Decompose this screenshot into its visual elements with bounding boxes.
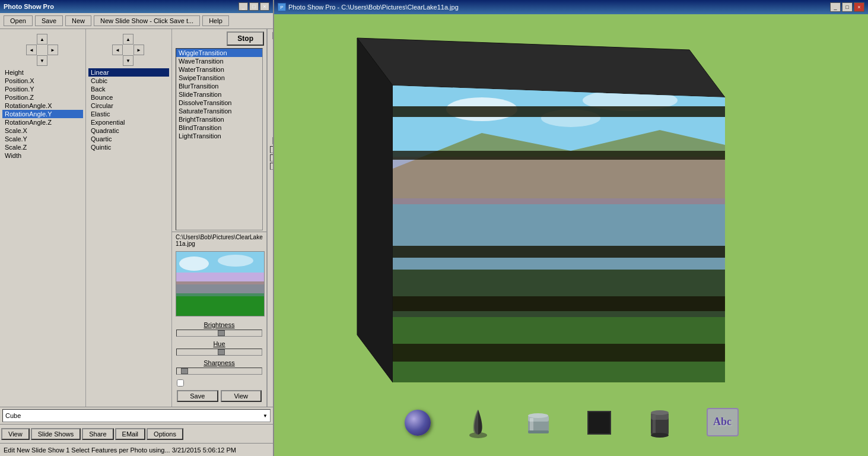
- extra-left-1[interactable]: ◄: [272, 137, 273, 144]
- empty-cell: [47, 55, 58, 66]
- email-btn[interactable]: EMail: [115, 428, 146, 440]
- photo-minimize-btn[interactable]: _: [830, 2, 841, 12]
- up-arrow-2[interactable]: ▲: [123, 34, 133, 45]
- transition-item[interactable]: WaveTransition: [176, 57, 262, 65]
- easing-item[interactable]: Circular: [88, 102, 169, 110]
- sharpness-slider[interactable]: [176, 368, 262, 375]
- right-arrow-2[interactable]: ►: [133, 45, 144, 55]
- transition-item[interactable]: LightTransition: [176, 132, 262, 140]
- easing-item[interactable]: Linear: [88, 68, 169, 77]
- easing-item[interactable]: Cubic: [88, 77, 169, 85]
- svg-point-31: [528, 413, 548, 418]
- transition-item[interactable]: WaterTransition: [176, 65, 262, 74]
- svg-point-36: [651, 433, 669, 438]
- metal-cyl-svg: [648, 408, 672, 438]
- left-arrow[interactable]: ◄: [26, 45, 37, 55]
- cylinder-icon: [523, 407, 554, 438]
- easing-item[interactable]: Bounce: [88, 93, 169, 102]
- combo-arrow: ▼: [263, 413, 268, 419]
- empty-cell: [112, 34, 123, 45]
- thumbnail-svg: [176, 252, 265, 316]
- easing-panel: ▲ ◄ ► ▼ LinearCubicBackBounceCircularEla…: [86, 29, 172, 407]
- sphere-shape: [405, 410, 431, 436]
- transition-item[interactable]: DissolveTransition: [176, 99, 262, 107]
- sharpness-label[interactable]: Sharpness: [174, 359, 264, 366]
- photo-title-text: P Photo Show Pro - C:\Users\Bob\Pictures…: [278, 3, 459, 11]
- brightness-slider[interactable]: [176, 330, 262, 337]
- sphere-icon: [402, 407, 433, 438]
- options-btn[interactable]: Options: [147, 428, 183, 440]
- share-btn[interactable]: Share: [82, 428, 113, 440]
- property-item[interactable]: Height: [2, 68, 83, 77]
- set-color-label: Set Color: [270, 106, 273, 114]
- empty-cell: [26, 34, 37, 45]
- hue-label[interactable]: Hue: [174, 340, 264, 347]
- open-button[interactable]: Open: [4, 15, 33, 26]
- thumbnail-image: [176, 251, 265, 316]
- transition-item[interactable]: BlindTransition: [176, 124, 262, 132]
- right-arrow[interactable]: ►: [47, 45, 58, 55]
- dark-square: [587, 411, 611, 435]
- bhs-save-button[interactable]: Save: [177, 390, 218, 402]
- full-slider-3[interactable]: [270, 163, 273, 170]
- cube-combo[interactable]: Cube ▼: [2, 409, 271, 422]
- bhs-checkbox[interactable]: [177, 379, 184, 387]
- full-slider-2[interactable]: [270, 154, 273, 162]
- transition-item[interactable]: BlurTransition: [176, 82, 262, 90]
- view-btn[interactable]: View: [1, 428, 30, 440]
- property-item[interactable]: Scale.X: [2, 126, 83, 135]
- full-slider-1[interactable]: [270, 146, 273, 153]
- up-arrow[interactable]: ▲: [37, 34, 47, 45]
- property-item[interactable]: Position.Y: [2, 85, 83, 93]
- cylinder-svg: [525, 410, 552, 436]
- stop-button[interactable]: Stop: [227, 31, 264, 46]
- transition-item[interactable]: SaturateTransition: [176, 107, 262, 115]
- transition-item[interactable]: SwipeTransition: [176, 74, 262, 82]
- transition-item[interactable]: BrightTransition: [176, 115, 262, 124]
- transition-item[interactable]: SlideTransition: [176, 90, 262, 99]
- property-item[interactable]: Width: [2, 151, 83, 160]
- svg-rect-21: [393, 106, 725, 117]
- save-button[interactable]: Save: [35, 15, 63, 26]
- svg-point-5: [179, 256, 209, 271]
- property-item[interactable]: Position.X: [2, 77, 83, 85]
- slide-shows-btn[interactable]: Slide Shows: [31, 428, 81, 440]
- property-item[interactable]: Position.Z: [2, 93, 83, 102]
- maximize-btn[interactable]: □: [249, 2, 259, 11]
- empty-cell: [47, 34, 58, 45]
- easing-item[interactable]: Quintic: [88, 143, 169, 151]
- brightness-label[interactable]: Brightness: [174, 321, 264, 328]
- easing-item[interactable]: Exponential: [88, 118, 169, 126]
- photo-maximize-btn[interactable]: □: [842, 2, 853, 12]
- property-item[interactable]: RotationAngle.Z: [2, 118, 83, 126]
- hue-slider[interactable]: [176, 349, 262, 356]
- help-button[interactable]: Help: [202, 15, 229, 26]
- easing-item[interactable]: Quadratic: [88, 126, 169, 135]
- app-title: Photo Show Pro: [4, 3, 54, 10]
- empty-cell: [133, 34, 144, 45]
- property-item[interactable]: Scale.Y: [2, 135, 83, 143]
- bhs-view-button[interactable]: View: [221, 390, 262, 402]
- property-item[interactable]: Scale.Z: [2, 143, 83, 151]
- left-arrow-2[interactable]: ◄: [112, 45, 123, 55]
- easing-item[interactable]: Back: [88, 85, 169, 93]
- down-arrow[interactable]: ▼: [37, 55, 47, 66]
- easing-item[interactable]: Quartic: [88, 135, 169, 143]
- easing-item[interactable]: Elastic: [88, 110, 169, 118]
- property-item[interactable]: RotationAngle.Y: [2, 110, 83, 118]
- square-icon: [584, 407, 615, 438]
- center-cell: [37, 45, 47, 55]
- transitions-panel: Stop WiggleTransitionWaveTransitionWater…: [172, 29, 267, 407]
- photo-close-btn[interactable]: ×: [854, 2, 864, 12]
- svg-point-6: [218, 255, 253, 267]
- photo-content: Abc: [274, 14, 868, 456]
- property-item[interactable]: RotationAngle.X: [2, 102, 83, 110]
- color-slider-left[interactable]: ◄: [272, 32, 273, 39]
- close-btn[interactable]: ×: [260, 2, 269, 11]
- down-arrow-2[interactable]: ▼: [123, 55, 133, 66]
- new-slideshow-button[interactable]: New Slide Show - Click Save t...: [94, 15, 200, 26]
- minimize-btn[interactable]: _: [239, 2, 248, 11]
- properties-panel: ▲ ◄ ► ▼ HeightPosition.XPosition.YPositi…: [0, 29, 86, 407]
- transition-item[interactable]: WiggleTransition: [176, 49, 262, 57]
- new-button[interactable]: New: [65, 15, 91, 26]
